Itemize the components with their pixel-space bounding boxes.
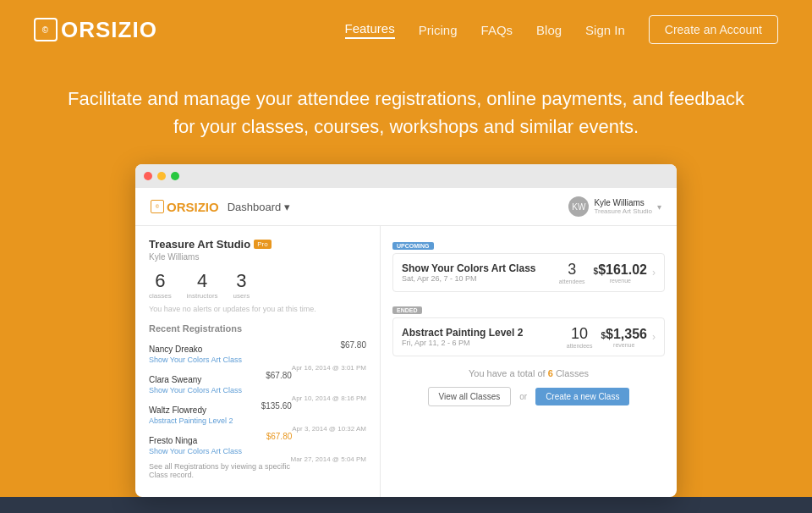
studio-stats: 6 classes 4 instructors 3 users xyxy=(149,270,366,300)
app-mockup: © ORSIZIO Dashboard ▾ KW Kyle Williams T… xyxy=(135,164,677,497)
class-card-inner-1: Show Your Colors Art Class Sat, Apr 26, … xyxy=(392,253,665,292)
nav-blog[interactable]: Blog xyxy=(536,23,562,37)
registrations-section-title: Recent Registrations xyxy=(149,323,366,334)
see-all-text: See all Registrations by viewing a speci… xyxy=(149,462,366,479)
action-row: View all Classes or Create a new Class xyxy=(392,387,665,406)
logo: © ORSIZIO xyxy=(34,17,157,43)
or-label: or xyxy=(519,392,527,401)
create-class-button[interactable]: Create a new Class xyxy=(535,388,629,405)
mockup-logo: © ORSIZIO xyxy=(151,200,219,214)
reg-item-2: Clara Sweany $67.80 Show Your Colors Art… xyxy=(149,371,366,394)
class-badge-upcoming: UPCOMING xyxy=(392,242,434,250)
stat-classes: 6 classes xyxy=(149,270,172,300)
reg-item-1: Nancy Dreako $67.80 Show Your Colors Art… xyxy=(149,340,366,364)
mockup-container: © ORSIZIO Dashboard ▾ KW Kyle Williams T… xyxy=(0,164,812,497)
class-info-1: Show Your Colors Art Class Sat, Apr 26, … xyxy=(402,262,559,283)
studio-owner: Kyle Williams xyxy=(149,252,366,262)
hero-text: Facilitate and manage your attendee regi… xyxy=(68,85,744,141)
class-card-inner-2: Abstract Painting Level 2 Fri, Apr 11, 2… xyxy=(392,317,665,356)
mockup-titlebar xyxy=(135,164,677,188)
nav-features[interactable]: Features xyxy=(345,21,395,39)
nav-pricing[interactable]: Pricing xyxy=(419,23,458,37)
nav-signin[interactable]: Sign In xyxy=(585,23,625,37)
maximize-dot xyxy=(171,172,179,180)
create-account-button[interactable]: Create an Account xyxy=(649,15,778,44)
user-studio: Treasure Art Studio xyxy=(594,207,652,215)
navbar: © ORSIZIO Features Pricing FAQs Blog Sig… xyxy=(0,0,812,59)
studio-name: Treasure Art Studio xyxy=(149,238,250,251)
hero-section: Facilitate and manage your attendee regi… xyxy=(0,59,812,164)
reg-item-3: Waltz Flowredy $135.60 Abstract Painting… xyxy=(149,401,366,425)
nav-faqs[interactable]: FAQs xyxy=(481,23,513,37)
user-name: Kyle Williams xyxy=(594,198,652,207)
mockup-left-panel: Treasure Art Studio Pro Kyle Williams 6 … xyxy=(135,226,381,497)
mockup-body: Treasure Art Studio Pro Kyle Williams 6 … xyxy=(135,226,677,497)
reg-item-4: Fresto Ninga $67.80 Show Your Colors Art… xyxy=(149,432,366,455)
class-badge-ended: ENDED xyxy=(392,306,422,314)
class-info-2: Abstract Painting Level 2 Fri, Apr 11, 2… xyxy=(402,327,567,347)
class-metrics-1: 3 attendees $$161.02 revenue xyxy=(559,261,647,284)
close-dot xyxy=(144,172,152,180)
mockup-user-area: KW Kyle Williams Treasure Art Studio ▾ xyxy=(568,196,661,217)
stat-users: 3 users xyxy=(233,270,250,300)
logo-icon: © xyxy=(34,18,58,41)
chevron-right-icon-1: › xyxy=(652,267,656,279)
no-alerts: You have no alerts or updates for you at… xyxy=(149,305,366,313)
mockup-logo-icon: © xyxy=(151,200,164,213)
studio-plan: Pro xyxy=(254,240,271,249)
class-metrics-2: 10 attendees $$1,356 revenue xyxy=(567,325,647,349)
bottom-bar: Corsizio enables you to quickly and easi… xyxy=(0,497,812,513)
class-card-2: ENDED Abstract Painting Level 2 Fri, Apr… xyxy=(392,301,665,356)
nav-links: Features Pricing FAQs Blog Sign In Creat… xyxy=(345,15,779,44)
mockup-right-panel: UPCOMING Show Your Colors Art Class Sat,… xyxy=(381,226,677,497)
total-classes-text: You have a total of 6 Classes xyxy=(392,368,665,378)
mockup-dashboard-label: Dashboard ▾ xyxy=(228,201,291,213)
mockup-inner-nav: © ORSIZIO Dashboard ▾ KW Kyle Williams T… xyxy=(135,188,677,226)
stat-instructors: 4 instructors xyxy=(187,270,218,300)
minimize-dot xyxy=(157,172,166,180)
chevron-right-icon-2: › xyxy=(652,331,656,343)
view-all-classes-button[interactable]: View all Classes xyxy=(428,387,512,406)
class-card-1: UPCOMING Show Your Colors Art Class Sat,… xyxy=(392,236,665,292)
avatar: KW xyxy=(568,196,589,217)
